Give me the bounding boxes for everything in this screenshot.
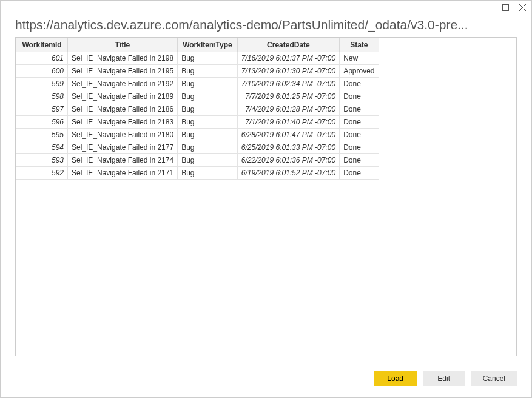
cell-title: Sel_IE_Navigate Failed in 2174 xyxy=(68,154,178,167)
table-row[interactable]: 596Sel_IE_Navigate Failed in 2183Bug7/1/… xyxy=(16,116,379,129)
table-row[interactable]: 598Sel_IE_Navigate Failed in 2189Bug7/7/… xyxy=(16,90,379,103)
cell-createddate: 6/25/2019 6:01:33 PM -07:00 xyxy=(237,141,339,154)
cell-state: Approved xyxy=(340,65,379,78)
column-header-createddate[interactable]: CreatedDate xyxy=(237,38,339,52)
column-header-workitemid[interactable]: WorkItemId xyxy=(16,38,68,52)
cell-workitemtype: Bug xyxy=(178,103,238,116)
cell-title: Sel_IE_Navigate Failed in 2198 xyxy=(68,52,178,65)
cell-title: Sel_IE_Navigate Failed in 2183 xyxy=(68,116,178,129)
column-header-title[interactable]: Title xyxy=(68,38,178,52)
cell-title: Sel_IE_Navigate Failed in 2195 xyxy=(68,65,178,78)
cell-title: Sel_IE_Navigate Failed in 2177 xyxy=(68,141,178,154)
cell-title: Sel_IE_Navigate Failed in 2192 xyxy=(68,78,178,90)
cell-state: Done xyxy=(340,129,379,141)
results-table: WorkItemId Title WorkItemType CreatedDat… xyxy=(16,38,379,180)
cell-title: Sel_IE_Navigate Failed in 2171 xyxy=(68,167,178,180)
cell-workitemtype: Bug xyxy=(178,141,238,154)
cell-state: Done xyxy=(340,103,379,116)
page-title: https://analytics.dev.azure.com/analytic… xyxy=(1,1,531,37)
cell-createddate: 6/19/2019 6:01:52 PM -07:00 xyxy=(237,167,339,180)
dialog-footer: Load Edit Cancel xyxy=(1,363,531,397)
cell-createddate: 7/13/2019 6:01:30 PM -07:00 xyxy=(237,65,339,78)
cell-workitemid: 597 xyxy=(16,103,68,116)
table-header-row: WorkItemId Title WorkItemType CreatedDat… xyxy=(16,38,379,52)
cell-workitemid: 601 xyxy=(16,52,68,65)
dialog-window: https://analytics.dev.azure.com/analytic… xyxy=(0,0,532,398)
cell-workitemid: 592 xyxy=(16,167,68,180)
svg-rect-0 xyxy=(502,4,508,10)
cell-createddate: 6/22/2019 6:01:36 PM -07:00 xyxy=(237,154,339,167)
maximize-icon[interactable] xyxy=(501,3,510,12)
column-header-workitemtype[interactable]: WorkItemType xyxy=(178,38,238,52)
table-row[interactable]: 593Sel_IE_Navigate Failed in 2174Bug6/22… xyxy=(16,154,379,167)
table-row[interactable]: 601Sel_IE_Navigate Failed in 2198Bug7/16… xyxy=(16,52,379,65)
cell-state: Done xyxy=(340,116,379,129)
table-row[interactable]: 592Sel_IE_Navigate Failed in 2171Bug6/19… xyxy=(16,167,379,180)
cell-workitemid: 595 xyxy=(16,129,68,141)
cell-state: Done xyxy=(340,141,379,154)
cell-workitemid: 593 xyxy=(16,154,68,167)
close-icon[interactable] xyxy=(518,3,527,12)
cell-workitemtype: Bug xyxy=(178,78,238,90)
cell-state: Done xyxy=(340,154,379,167)
table-row[interactable]: 597Sel_IE_Navigate Failed in 2186Bug7/4/… xyxy=(16,103,379,116)
cell-workitemid: 596 xyxy=(16,116,68,129)
cell-createddate: 7/10/2019 6:02:34 PM -07:00 xyxy=(237,78,339,90)
table-row[interactable]: 599Sel_IE_Navigate Failed in 2192Bug7/10… xyxy=(16,78,379,90)
cell-state: New xyxy=(340,52,379,65)
load-button[interactable]: Load xyxy=(374,371,417,386)
cell-workitemtype: Bug xyxy=(178,65,238,78)
cell-workitemid: 599 xyxy=(16,78,68,90)
cell-title: Sel_IE_Navigate Failed in 2189 xyxy=(68,90,178,103)
results-table-frame[interactable]: WorkItemId Title WorkItemType CreatedDat… xyxy=(15,37,517,356)
edit-button[interactable]: Edit xyxy=(423,371,465,386)
column-header-state[interactable]: State xyxy=(340,38,379,52)
cell-workitemid: 600 xyxy=(16,65,68,78)
cell-workitemtype: Bug xyxy=(178,116,238,129)
cell-state: Done xyxy=(340,167,379,180)
cell-workitemtype: Bug xyxy=(178,154,238,167)
cell-title: Sel_IE_Navigate Failed in 2186 xyxy=(68,103,178,116)
cell-workitemtype: Bug xyxy=(178,90,238,103)
cell-workitemtype: Bug xyxy=(178,52,238,65)
cell-createddate: 7/16/2019 6:01:37 PM -07:00 xyxy=(237,52,339,65)
cell-workitemid: 598 xyxy=(16,90,68,103)
table-row[interactable]: 595Sel_IE_Navigate Failed in 2180Bug6/28… xyxy=(16,129,379,141)
cell-title: Sel_IE_Navigate Failed in 2180 xyxy=(68,129,178,141)
cell-state: Done xyxy=(340,90,379,103)
table-row[interactable]: 600Sel_IE_Navigate Failed in 2195Bug7/13… xyxy=(16,65,379,78)
cell-workitemid: 594 xyxy=(16,141,68,154)
cancel-button[interactable]: Cancel xyxy=(471,371,517,386)
cell-createddate: 7/7/2019 6:01:25 PM -07:00 xyxy=(237,90,339,103)
cell-workitemtype: Bug xyxy=(178,167,238,180)
cell-workitemtype: Bug xyxy=(178,129,238,141)
cell-createddate: 7/4/2019 6:01:28 PM -07:00 xyxy=(237,103,339,116)
titlebar-controls xyxy=(501,3,527,12)
cell-state: Done xyxy=(340,78,379,90)
table-row[interactable]: 594Sel_IE_Navigate Failed in 2177Bug6/25… xyxy=(16,141,379,154)
cell-createddate: 7/1/2019 6:01:40 PM -07:00 xyxy=(237,116,339,129)
cell-createddate: 6/28/2019 6:01:47 PM -07:00 xyxy=(237,129,339,141)
results-body: WorkItemId Title WorkItemType CreatedDat… xyxy=(1,37,531,363)
